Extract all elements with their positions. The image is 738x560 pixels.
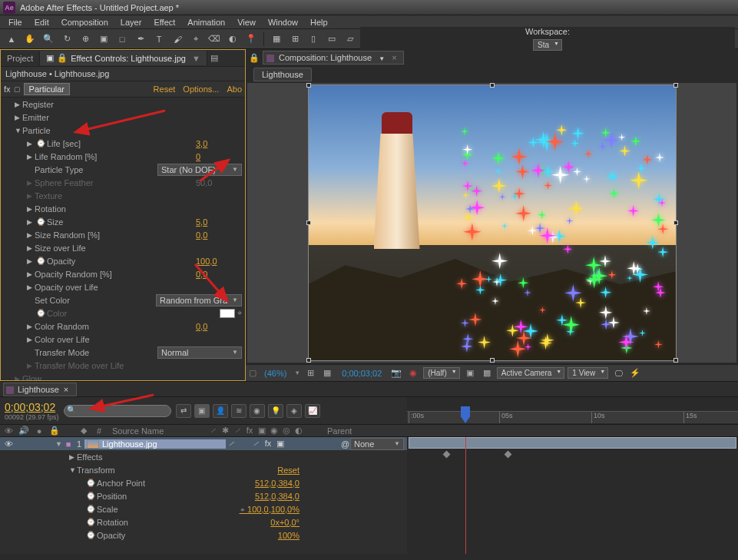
- menu-layer[interactable]: Layer: [115, 17, 147, 28]
- set-color-dropdown[interactable]: Random from Gra: [156, 294, 242, 307]
- layer-name[interactable]: Lighthouse.jpg: [84, 439, 226, 449]
- menu-help[interactable]: Help: [305, 17, 333, 28]
- comp-subtab[interactable]: Lighthouse: [253, 68, 312, 81]
- roto-brush-tool-icon[interactable]: ◐: [224, 31, 241, 47]
- hand-tool-icon[interactable]: ✋: [22, 31, 38, 47]
- tab-project[interactable]: Project: [1, 51, 40, 65]
- close-icon[interactable]: ×: [392, 53, 396, 62]
- brainstorm-icon[interactable]: 💡: [268, 404, 283, 418]
- grid-icon[interactable]: ⊞: [303, 367, 317, 379]
- camera-dropdown[interactable]: Active Camera: [497, 367, 565, 379]
- prop-position[interactable]: ⌚Position512,0,384,0: [0, 489, 407, 502]
- tool-icon[interactable]: ▱: [342, 31, 359, 47]
- layer-transform-group[interactable]: TransformReset: [0, 463, 407, 476]
- timeline-tab[interactable]: Lighthouse×: [3, 383, 77, 396]
- panel-menu-icon[interactable]: ▤: [207, 51, 221, 65]
- fast-preview-icon[interactable]: ⚡: [628, 367, 642, 379]
- effect-options-link[interactable]: Options...: [183, 84, 219, 94]
- expand-layer-icon[interactable]: [55, 440, 63, 448]
- pen-tool-icon[interactable]: ✒: [132, 31, 149, 47]
- views-dropdown[interactable]: 1 View: [568, 367, 608, 379]
- prop-layer-opacity[interactable]: ⌚Opacity100%: [0, 529, 407, 542]
- group-emitter[interactable]: Emitter: [1, 111, 245, 124]
- prop-opacity-random[interactable]: Opacity Random [%]0,0: [1, 267, 245, 280]
- timecode[interactable]: 0;00;03;02: [5, 401, 59, 413]
- zoom-value[interactable]: (46%): [260, 368, 291, 379]
- prop-life[interactable]: ⌚Life [sec]3,0: [1, 137, 245, 150]
- tab-effect-controls[interactable]: ▣ 🔒 Effect Controls: Lighthouse.jpg ▼: [40, 51, 207, 65]
- pickwhip-icon[interactable]: @: [341, 439, 350, 449]
- camera-tool-icon[interactable]: ⊕: [77, 31, 94, 47]
- prop-opacity[interactable]: ⌚Opacity100,0: [1, 254, 245, 267]
- particle-type-dropdown[interactable]: Star (No DOF): [157, 164, 242, 176]
- video-col-icon[interactable]: 👁: [3, 426, 14, 436]
- current-time-indicator[interactable]: [465, 437, 466, 554]
- frame-blend-icon[interactable]: ≋: [231, 404, 247, 418]
- chevron-down-icon[interactable]: ▼: [379, 55, 385, 62]
- transfer-mode-dropdown[interactable]: Normal: [157, 346, 242, 359]
- channels-icon[interactable]: ◉: [406, 367, 420, 379]
- menu-view[interactable]: View: [232, 17, 261, 28]
- mask-rect-tool-icon[interactable]: □: [114, 31, 131, 47]
- group-register[interactable]: Register: [1, 98, 245, 111]
- prop-size[interactable]: ⌚Size5,0: [1, 215, 245, 228]
- video-toggle-icon[interactable]: 👁: [3, 439, 14, 449]
- guides-icon[interactable]: ▦: [320, 367, 334, 379]
- viewport[interactable]: [247, 83, 736, 363]
- eyedropper-icon[interactable]: ⌖: [237, 308, 242, 318]
- prop-rotation[interactable]: Rotation: [1, 202, 245, 215]
- clone-tool-icon[interactable]: ⌖: [187, 31, 204, 47]
- prop-anchor-point[interactable]: ⌚Anchor Point512,0,384,0: [0, 476, 407, 489]
- lock-col-icon[interactable]: 🔒: [49, 426, 60, 436]
- tool-icon[interactable]: ▭: [323, 31, 340, 47]
- prop-size-over-life[interactable]: Size over Life: [1, 241, 245, 254]
- pan-behind-tool-icon[interactable]: ▣: [95, 31, 112, 47]
- solo-col-icon[interactable]: ●: [34, 426, 45, 436]
- viewer-time[interactable]: 0;00;03;02: [337, 368, 386, 379]
- puppet-tool-icon[interactable]: 📍: [243, 31, 260, 47]
- motion-blur-icon[interactable]: ◉: [250, 404, 265, 418]
- auto-open-tool-icon[interactable]: ⊞: [286, 31, 303, 47]
- layer-effects-group[interactable]: Effects: [0, 450, 407, 463]
- effect-reset-link[interactable]: Reset: [154, 84, 176, 94]
- menu-animation[interactable]: Animation: [182, 17, 230, 28]
- chevron-down-icon[interactable]: ▼: [294, 369, 300, 376]
- transform-reset[interactable]: Reset: [277, 466, 300, 475]
- graph-editor-icon[interactable]: 📈: [305, 404, 320, 418]
- view-option-icon[interactable]: 🖵: [611, 367, 625, 379]
- prop-color-over-life[interactable]: Color over Life: [1, 333, 245, 346]
- source-name-col[interactable]: Source Name: [109, 426, 203, 436]
- selection-tool-icon[interactable]: ▲: [3, 31, 20, 47]
- brush-tool-icon[interactable]: 🖌: [169, 31, 186, 47]
- resolution-dropdown[interactable]: (Half): [423, 367, 459, 379]
- expand-icon[interactable]: ▢: [249, 368, 256, 378]
- menu-edit[interactable]: Edit: [29, 17, 55, 28]
- close-icon[interactable]: ▼: [192, 54, 200, 63]
- prop-scale[interactable]: ⌚Scale⚭ 100,0,100,0%: [0, 502, 407, 515]
- type-tool-icon[interactable]: T: [151, 31, 167, 47]
- parent-dropdown[interactable]: None: [350, 438, 404, 450]
- rotate-tool-icon[interactable]: ↻: [58, 31, 75, 47]
- menu-effect[interactable]: Effect: [148, 17, 180, 28]
- close-icon[interactable]: ×: [64, 385, 68, 394]
- lock-icon[interactable]: 🔒: [249, 53, 260, 63]
- color-swatch[interactable]: [220, 309, 235, 318]
- fx-toggle-icon[interactable]: ▢: [14, 85, 21, 93]
- audio-col-icon[interactable]: 🔊: [18, 426, 29, 436]
- draft3d-icon[interactable]: ▣: [194, 404, 210, 418]
- layer-duration-bar[interactable]: [409, 437, 736, 449]
- prop-color-random[interactable]: Color Random0,0: [1, 320, 245, 333]
- snapshot-icon[interactable]: 📷: [389, 367, 403, 379]
- label-color[interactable]: ■: [63, 439, 74, 449]
- search-input[interactable]: [64, 405, 171, 417]
- prop-life-random[interactable]: Life Random [%]0: [1, 150, 245, 163]
- comp-mini-flowchart-icon[interactable]: ⇄: [176, 404, 191, 418]
- group-glow[interactable]: Glow: [1, 372, 245, 380]
- comp-tab[interactable]: Composition: Lighthouse ▼ ×: [263, 51, 404, 65]
- transparency-icon[interactable]: ▩: [480, 367, 494, 379]
- shy-layercol-icon[interactable]: ⟋: [207, 426, 218, 436]
- effect-about-link[interactable]: Abo: [227, 84, 242, 94]
- prop-opacity-over-life[interactable]: Opacity over Life: [1, 280, 245, 293]
- effect-name[interactable]: Particular: [24, 83, 70, 95]
- timeline-ruler-area[interactable]: :00s 05s 10s 15s: [407, 397, 738, 424]
